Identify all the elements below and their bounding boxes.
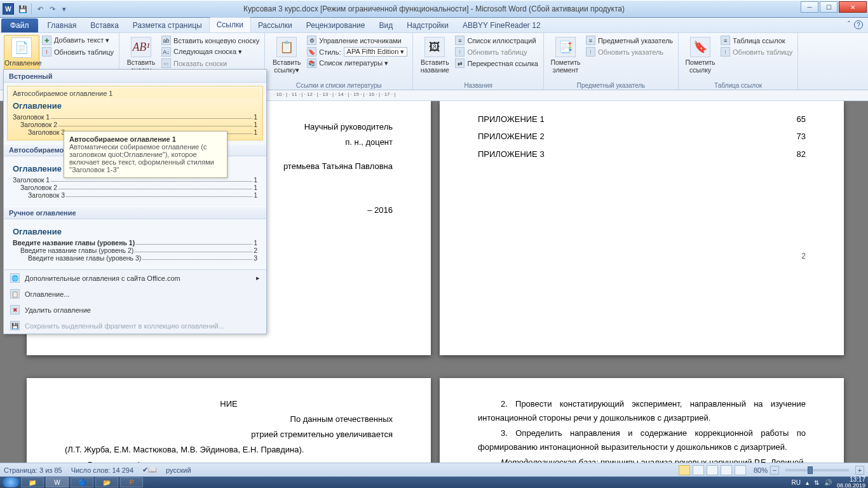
citation-icon: 📋 bbox=[276, 37, 297, 57]
page-4[interactable]: 2. Провести констатирующий эксперимент, … bbox=[440, 378, 844, 463]
tab-addins[interactable]: Надстройки bbox=[400, 18, 456, 32]
view-web-layout[interactable] bbox=[707, 465, 718, 475]
status-word-count[interactable]: Число слов: 14 294 bbox=[71, 466, 133, 474]
manage-sources-button[interactable]: ⚙Управление источниками bbox=[306, 35, 409, 46]
qat-customize[interactable]: ▾ bbox=[59, 4, 69, 14]
ribbon-minimize-icon[interactable]: ˆ bbox=[848, 20, 850, 29]
figures-list-icon: ≡ bbox=[455, 36, 465, 45]
gallery-section-manual: Ручное оглавление bbox=[4, 207, 266, 219]
update-toc-button[interactable]: !Обновить таблицу bbox=[41, 46, 115, 57]
table-of-figures-button[interactable]: ≡Список иллюстраций bbox=[454, 35, 539, 46]
heading: НИЕ bbox=[65, 397, 393, 411]
maximize-button[interactable]: ☐ bbox=[820, 1, 837, 13]
update-figures-button[interactable]: !Обновить таблицу bbox=[454, 46, 539, 57]
tray-chevron-icon[interactable]: ▴ bbox=[806, 479, 809, 486]
start-button[interactable] bbox=[3, 477, 19, 487]
status-language[interactable]: русский bbox=[166, 466, 191, 474]
bibliography-button[interactable]: 📚Список литературы ▾ bbox=[306, 58, 409, 69]
insert-footnote-button[interactable]: AB¹ Вставить сноску bbox=[123, 35, 159, 74]
tray-date[interactable]: 08.08.2019 bbox=[837, 483, 865, 489]
system-tray: RU ▴ ⇅ 🔊 13:17 08.08.2019 bbox=[792, 477, 866, 489]
text-line: ртрией стремительно увеличивается bbox=[65, 428, 393, 442]
tab-view[interactable]: Вид bbox=[372, 18, 400, 32]
tab-abbyy[interactable]: ABBYY FineReader 12 bbox=[456, 18, 548, 32]
refresh-icon: ! bbox=[455, 47, 465, 57]
help-icon[interactable]: ? bbox=[854, 20, 863, 29]
page-2[interactable]: ПРИЛОЖЕНИЕ 165 ПРИЛОЖЕНИЕ 273 ПРИЛОЖЕНИЕ… bbox=[440, 101, 844, 355]
quick-access-toolbar: 💾 ↶ ↷ ▾ bbox=[18, 3, 69, 15]
tab-mailings[interactable]: Рассылки bbox=[251, 18, 299, 32]
task-chrome[interactable]: 🔵 bbox=[71, 477, 93, 487]
page-number: 2 bbox=[478, 252, 806, 261]
group-label-index: Предметный указатель bbox=[544, 82, 678, 89]
group-index: 📑 Пометить элемент ≡Предметный указатель… bbox=[544, 33, 679, 90]
cross-ref-icon: ⇄ bbox=[455, 58, 465, 68]
qat-save[interactable]: 💾 bbox=[18, 4, 28, 14]
update-toa-button[interactable]: !Обновить таблицу bbox=[719, 46, 794, 57]
show-footnotes-button[interactable]: ▭Показать сноски bbox=[160, 58, 261, 69]
next-footnote-button[interactable]: A↓Следующая сноска ▾ bbox=[160, 46, 261, 57]
tray-network-icon[interactable]: ⇅ bbox=[814, 479, 819, 486]
qat-redo[interactable]: ↷ bbox=[47, 4, 57, 14]
tab-review[interactable]: Рецензирование bbox=[299, 18, 372, 32]
add-text-button[interactable]: ✚Добавить текст ▾ bbox=[41, 35, 115, 46]
gallery-custom-toc[interactable]: 📋Оглавление... bbox=[4, 286, 266, 302]
mark-entry-button[interactable]: 📑 Пометить элемент bbox=[548, 35, 583, 74]
zoom-level[interactable]: 80% bbox=[754, 466, 768, 474]
cross-reference-button[interactable]: ⇄Перекрестная ссылка bbox=[454, 58, 539, 69]
tray-volume-icon[interactable]: 🔊 bbox=[824, 479, 832, 486]
update-index-button[interactable]: !Обновить указатель bbox=[585, 46, 674, 57]
close-button[interactable]: ✕ bbox=[839, 1, 867, 13]
view-print-layout[interactable] bbox=[679, 465, 690, 475]
toc-custom-icon: 📋 bbox=[10, 289, 20, 299]
gallery-item-manual[interactable]: Оглавление Введите название главы (урове… bbox=[7, 222, 263, 266]
table-of-authorities-button[interactable]: ≡Таблица ссылок bbox=[719, 35, 794, 46]
view-draft[interactable] bbox=[735, 465, 746, 475]
mark-entry-icon: 📑 bbox=[555, 37, 576, 57]
task-word[interactable]: W bbox=[46, 477, 69, 487]
text-line: (Л.Т. Журба, Е.М. Мастюкова, М.В. Эйдино… bbox=[65, 443, 393, 457]
gallery-remove-toc[interactable]: ✖Удалить оглавление bbox=[4, 302, 266, 318]
tab-home[interactable]: Главная bbox=[41, 18, 84, 32]
file-tab[interactable]: Файл bbox=[1, 18, 38, 32]
insert-caption-button[interactable]: 🖼 Вставить название bbox=[417, 35, 452, 74]
mark-citation-button[interactable]: 🔖 Пометить ссылку bbox=[682, 35, 718, 74]
footnote-icon: AB¹ bbox=[131, 37, 151, 57]
plus-icon: ✚ bbox=[42, 36, 51, 45]
view-outline[interactable] bbox=[721, 465, 732, 475]
minimize-button[interactable]: ─ bbox=[801, 1, 818, 13]
gallery-section-builtin: Встроенный bbox=[4, 70, 266, 83]
citation-style-select[interactable]: 🔖Стиль: APA Fifth Edition ▾ bbox=[306, 46, 409, 57]
show-notes-icon: ▭ bbox=[161, 58, 171, 68]
style-icon: 🔖 bbox=[307, 47, 316, 57]
group-label-captions: Названия bbox=[413, 82, 543, 89]
remove-icon: ✖ bbox=[10, 305, 20, 315]
insert-endnote-button[interactable]: abВставить концевую сноску bbox=[160, 35, 261, 46]
status-spellcheck-icon[interactable]: ✔📖 bbox=[142, 466, 157, 474]
insert-index-button[interactable]: ≡Предметный указатель bbox=[585, 35, 674, 46]
zoom-out-button[interactable]: − bbox=[770, 466, 779, 475]
tab-page-layout[interactable]: Разметка страницы bbox=[126, 18, 209, 32]
status-page[interactable]: Страница: 3 из 85 bbox=[4, 466, 62, 474]
tab-references[interactable]: Ссылки bbox=[209, 17, 251, 32]
task-explorer[interactable]: 📁 bbox=[21, 477, 44, 487]
status-bar: Страница: 3 из 85 Число слов: 14 294 ✔📖 … bbox=[0, 463, 868, 477]
task-folder[interactable]: 📂 bbox=[95, 477, 118, 487]
tray-time[interactable]: 13:17 bbox=[837, 477, 865, 483]
next-footnote-icon: A↓ bbox=[161, 47, 171, 57]
windows-taskbar: 📁 W 🔵 📂 P RU ▴ ⇅ 🔊 13:17 08.08.2019 bbox=[0, 477, 868, 488]
refresh-icon: ! bbox=[42, 47, 51, 57]
zoom-in-button[interactable]: + bbox=[855, 466, 864, 475]
task-powerpoint[interactable]: P bbox=[120, 477, 143, 487]
tab-insert[interactable]: Вставка bbox=[83, 18, 126, 32]
text-line: По данным отечественных bbox=[65, 412, 393, 426]
save-selection-icon: 💾 bbox=[10, 321, 20, 330]
insert-citation-button[interactable]: 📋 Вставить ссылку▾ bbox=[269, 35, 304, 74]
tray-lang[interactable]: RU bbox=[792, 479, 801, 486]
page-3[interactable]: НИЕ По данным отечественных ртрией стрем… bbox=[27, 378, 431, 463]
tooltip: Автособираемое оглавление 1 Автоматическ… bbox=[64, 131, 227, 178]
view-full-screen[interactable] bbox=[693, 465, 704, 475]
qat-undo[interactable]: ↶ bbox=[35, 4, 45, 14]
zoom-slider[interactable] bbox=[785, 469, 849, 471]
gallery-more-office[interactable]: 🌐Дополнительные оглавления с сайта Offic… bbox=[4, 270, 266, 286]
